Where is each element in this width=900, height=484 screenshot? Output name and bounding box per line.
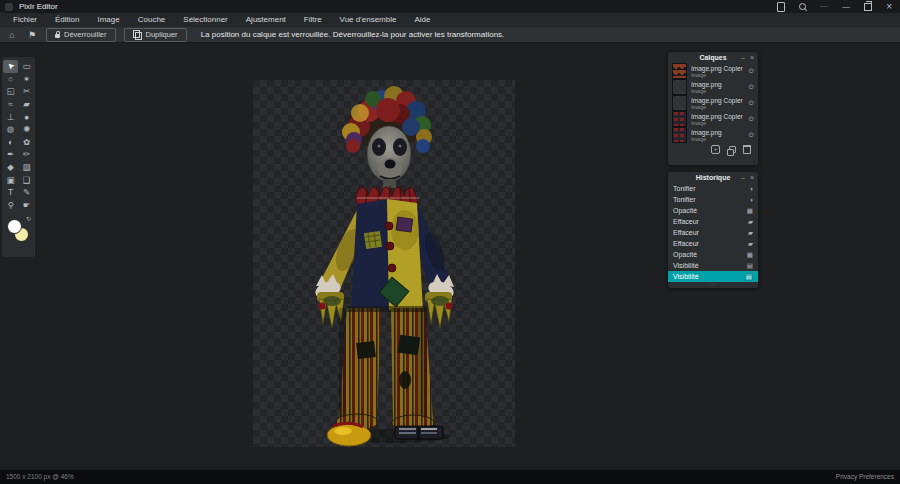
menu-image[interactable]: Image (88, 13, 128, 27)
opacity-icon: ▦ (747, 251, 753, 259)
layer-row[interactable]: Image.png Image ⊙ (668, 79, 758, 95)
layer-thumbnail (672, 111, 687, 127)
menu-bar: Fichier Édition Image Couche Sélectionne… (0, 13, 900, 27)
tool-move[interactable]: ➤ (3, 60, 18, 73)
layer-row[interactable]: Image.png Copier Image ⊙ (668, 95, 758, 111)
tool-heal[interactable]: ▰ (19, 98, 34, 111)
menu-aide[interactable]: Aide (405, 13, 439, 27)
layer-type: Image (691, 104, 743, 110)
window-controls: ··· — × (777, 0, 892, 13)
layer-type: Image (691, 136, 722, 142)
layer-thumbnail (672, 63, 687, 79)
panel-minimize-icon[interactable]: – (741, 52, 745, 63)
menu-couche[interactable]: Couche (129, 13, 175, 27)
duplicate-layer-icon[interactable] (729, 146, 736, 153)
tool-blur[interactable]: ● (19, 110, 34, 123)
tool-sharpen[interactable]: ✺ (19, 123, 34, 136)
tool-eyedropper[interactable]: ✒ (3, 148, 18, 161)
layers-panel: Calques – × Image.png Copier Image ⊙ Ima… (668, 52, 758, 165)
tool-fill[interactable]: ◆ (3, 161, 18, 174)
eraser-icon: ▰ (748, 229, 753, 237)
history-step[interactable]: Visibilité ▤ (668, 260, 758, 271)
canvas[interactable] (253, 80, 515, 447)
history-step[interactable]: Effaceur ▰ (668, 216, 758, 227)
history-panel: Historique – × Tonifier ◑ Tonifier ◑ Opa… (668, 172, 758, 288)
privacy-preferences-link[interactable]: Privacy Preferences (836, 470, 894, 484)
copy-page-icon[interactable] (777, 2, 785, 12)
tool-liquify[interactable]: ≈ (3, 98, 18, 111)
eye-icon[interactable]: ⊙ (748, 83, 754, 91)
menu-selectionner[interactable]: Sélectionner (174, 13, 236, 27)
history-step[interactable]: Opacité ▦ (668, 249, 758, 260)
duplicate-icon (135, 32, 142, 40)
history-step[interactable]: Opacité ▦ (668, 205, 758, 216)
tool-crop[interactable]: ◱ (3, 85, 18, 98)
status-bar: 1500 x 2100 px @ 46% Privacy Preferences (0, 470, 900, 484)
add-layer-icon[interactable]: + (711, 145, 720, 154)
history-panel-titlebar[interactable]: Historique – × (668, 172, 758, 183)
layer-thumbnail (672, 127, 687, 143)
minimize-icon[interactable]: — (842, 0, 850, 13)
panel-close-icon[interactable]: × (750, 52, 754, 63)
menu-edition[interactable]: Édition (46, 13, 88, 27)
panel-close-icon[interactable]: × (750, 172, 754, 183)
history-step[interactable]: Effaceur ▰ (668, 227, 758, 238)
restore-icon[interactable] (864, 3, 872, 11)
home-icon[interactable]: ⌂ (6, 30, 18, 40)
panel-resize-handle[interactable]: ··· (668, 156, 758, 161)
panel-resize-handle[interactable]: ··· (668, 282, 758, 287)
swap-colors-icon[interactable]: ↻ (26, 215, 31, 222)
delete-layer-icon[interactable] (743, 145, 751, 154)
visibility-icon: ▤ (745, 273, 753, 281)
layers-panel-titlebar[interactable]: Calques – × (668, 52, 758, 63)
tool-wand[interactable]: ✶ (19, 73, 34, 86)
tool-text[interactable]: T (3, 186, 18, 199)
tool-marquee[interactable]: ▭ (19, 60, 34, 73)
menu-filtre[interactable]: Filtre (295, 13, 331, 27)
color-swatches: ↻ (2, 215, 35, 251)
eye-icon[interactable]: ⊙ (748, 67, 754, 75)
tool-grid: ➤ ▭ ○ ✶ ◱ ✂ ≈ ▰ ⊥ ● ◍ ✺ ◐ ✿ ✒ ✏ ◆ ▨ ▣ ❑ … (2, 60, 35, 211)
eye-icon[interactable]: ⊙ (748, 131, 754, 139)
more-icon[interactable]: ··· (820, 0, 828, 13)
layer-row[interactable]: Image.png Copier Image ⊙ (668, 63, 758, 79)
layers-panel-title: Calques (699, 54, 726, 61)
menu-ajustement[interactable]: Ajustement (237, 13, 295, 27)
menu-vue-ensemble[interactable]: Vue d'ensemble (331, 13, 406, 27)
tool-smudge[interactable]: ✿ (19, 136, 34, 149)
window-titlebar[interactable]: Pixlr Editor ··· — × (0, 0, 900, 13)
opacity-icon: ▦ (747, 207, 753, 215)
zoom-icon[interactable] (799, 3, 806, 10)
tool-sticker[interactable]: ❑ (19, 173, 34, 186)
eye-icon[interactable]: ⊙ (748, 115, 754, 123)
menu-fichier[interactable]: Fichier (4, 13, 46, 27)
close-icon[interactable]: × (886, 1, 892, 12)
context-toolbar: ⌂ ⚑ Déverrouiller Dupliquer La position … (0, 27, 900, 43)
panel-minimize-icon[interactable]: – (741, 172, 745, 183)
layer-name: Image.png (691, 81, 722, 88)
tool-cutout[interactable]: ✂ (19, 85, 34, 98)
layer-row[interactable]: Image.png Copier Image ⊙ (668, 111, 758, 127)
tool-shape[interactable]: ▣ (3, 173, 18, 186)
history-step[interactable]: Effaceur ▰ (668, 238, 758, 249)
tool-pen[interactable]: ✎ (19, 186, 34, 199)
eye-icon[interactable]: ⊙ (748, 99, 754, 107)
history-step[interactable]: Tonifier ◑ (668, 194, 758, 205)
tool-lasso[interactable]: ○ (3, 73, 18, 86)
tool-burn[interactable]: ◐ (3, 136, 18, 149)
unlock-button[interactable]: Déverrouiller (46, 28, 116, 42)
tool-panel: ➤ ▭ ○ ✶ ◱ ✂ ≈ ▰ ⊥ ● ◍ ✺ ◐ ✿ ✒ ✏ ◆ ▨ ▣ ❑ … (2, 57, 35, 257)
lock-icon (55, 34, 60, 38)
history-step[interactable]: Tonifier ◑ (668, 183, 758, 194)
pointer-icon[interactable]: ⚑ (26, 30, 38, 40)
tool-hand[interactable]: ☛ (19, 199, 34, 212)
tool-zoom[interactable]: ⚲ (3, 199, 18, 212)
tool-brush[interactable]: ✏ (19, 148, 34, 161)
duplicate-button[interactable]: Dupliquer (124, 28, 187, 42)
eraser-icon: ▰ (748, 240, 753, 248)
layer-type: Image (691, 72, 743, 78)
tool-clone[interactable]: ⊥ (3, 110, 18, 123)
layer-row[interactable]: Image.png Image ⊙ (668, 127, 758, 143)
tool-gradient[interactable]: ▨ (19, 161, 34, 174)
tool-dodge[interactable]: ◍ (3, 123, 18, 136)
